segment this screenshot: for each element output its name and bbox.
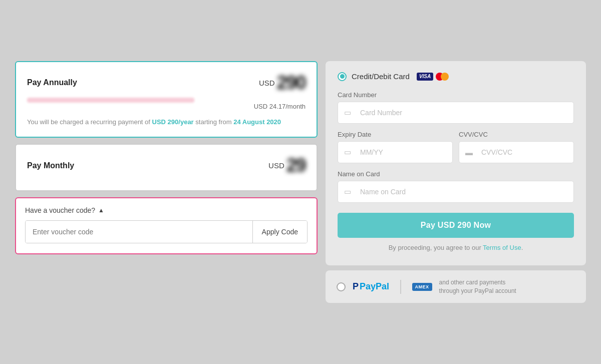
name-wrapper: ▭	[338, 181, 574, 203]
terms-suffix: .	[521, 244, 523, 251]
voucher-title: Have a voucher code? ▲	[25, 206, 308, 214]
cvv-icon: ▬	[465, 148, 473, 156]
paypal-other-line2: through your PayPal account	[439, 287, 516, 295]
left-panel: Pay Annually USD 290 USD 24.17/month You…	[15, 61, 318, 303]
voucher-section: Have a voucher code? ▲ Apply Code	[15, 197, 318, 254]
voucher-input-row: Apply Code	[25, 220, 308, 243]
plan-annual-bar	[27, 98, 194, 103]
plan-monthly[interactable]: Pay Monthly USD 29	[15, 144, 318, 191]
payment-method-header: Credit/Debit Card VISA	[338, 72, 574, 81]
plan-annual-currency: USD	[259, 79, 275, 87]
expiry-input[interactable]	[338, 141, 453, 163]
plan-annual-description: You will be charged a recurring payment …	[27, 117, 306, 127]
card-number-icon: ▭	[344, 108, 351, 117]
plan-monthly-name: Pay Monthly	[27, 161, 74, 170]
plan-annual-monthly: USD 24.17/month	[27, 103, 306, 110]
voucher-title-text: Have a voucher code?	[25, 206, 95, 214]
page-container: Pay Annually USD 290 USD 24.17/month You…	[15, 61, 586, 303]
expiry-group: Expiry Date ▭	[338, 131, 453, 163]
name-icon: ▭	[344, 187, 351, 196]
pay-button[interactable]: Pay USD 290 Now	[338, 213, 574, 238]
terms-text: By proceeding, you agree to our Terms of…	[338, 244, 574, 251]
voucher-arrow-icon: ▲	[98, 207, 104, 214]
expiry-label: Expiry Date	[338, 131, 453, 138]
plan-monthly-amount: 29	[286, 155, 306, 176]
credit-card-label: Credit/Debit Card	[352, 72, 410, 81]
plan-annual[interactable]: Pay Annually USD 290 USD 24.17/month You…	[15, 61, 318, 138]
card-badges: VISA	[417, 73, 449, 81]
plan-monthly-price: USD 29	[268, 155, 306, 176]
paypal-other-line1: and other card payments	[439, 278, 516, 287]
expiry-wrapper: ▭	[338, 141, 453, 163]
expiry-cvv-row: Expiry Date ▭ CVV/CVC ▬	[338, 131, 574, 170]
cvv-wrapper: ▬	[459, 141, 574, 163]
cvv-group: CVV/CVC ▬	[459, 131, 574, 163]
paypal-divider	[400, 280, 401, 294]
plan-annual-date: 24 August 2020	[233, 118, 281, 126]
plan-monthly-currency: USD	[268, 161, 284, 170]
paypal-radio[interactable]	[337, 282, 346, 291]
paypal-logo: PPayPal	[353, 281, 389, 292]
card-number-group: Card Number ▭	[338, 91, 574, 124]
name-label: Name on Card	[338, 170, 574, 178]
plan-annual-amount: 290	[277, 72, 306, 94]
mastercard-badge	[436, 73, 449, 81]
apply-code-button[interactable]: Apply Code	[252, 221, 307, 243]
plan-annual-highlight: USD 290/year	[152, 118, 194, 126]
card-number-input[interactable]	[338, 102, 574, 124]
amex-badge: AMEX	[412, 283, 432, 291]
card-number-wrapper: ▭	[338, 102, 574, 124]
name-group: Name on Card ▭	[338, 170, 574, 203]
credit-card-section: Credit/Debit Card VISA Card Number ▭	[326, 61, 586, 265]
paypal-other-text: and other card payments through your Pay…	[439, 278, 516, 295]
name-input[interactable]	[338, 181, 574, 203]
cvv-label: CVV/CVC	[459, 131, 574, 138]
card-number-label: Card Number	[338, 91, 574, 99]
radio-dot-inner	[340, 74, 345, 79]
calendar-icon: ▭	[344, 148, 351, 157]
visa-badge: VISA	[417, 73, 433, 81]
paypal-section[interactable]: PPayPal AMEX and other card payments thr…	[326, 270, 586, 303]
plan-annual-name: Pay Annually	[27, 78, 77, 87]
mc-circle-orange	[441, 73, 449, 81]
terms-link[interactable]: Terms of Use	[483, 244, 521, 251]
plan-annual-price: USD 290	[259, 72, 306, 94]
paypal-p-blue: P	[353, 281, 359, 292]
credit-card-radio[interactable]	[338, 72, 347, 81]
cvv-input[interactable]	[459, 141, 574, 163]
voucher-input[interactable]	[26, 221, 252, 243]
paypal-p-lightblue: PayPal	[360, 281, 389, 292]
right-panel: Credit/Debit Card VISA Card Number ▭	[326, 61, 586, 303]
terms-prefix: By proceeding, you agree to our	[389, 244, 483, 251]
